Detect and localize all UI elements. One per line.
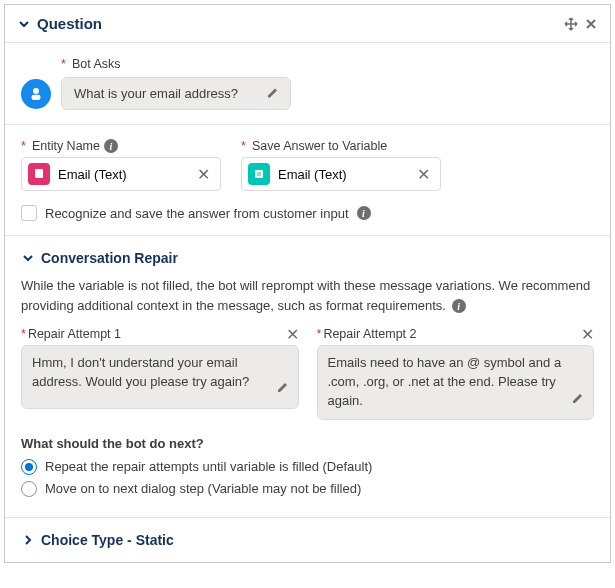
repair-attempt-label: *Repair Attempt 2 bbox=[317, 327, 595, 341]
entity-name-label: *Entity Name i bbox=[21, 139, 221, 153]
radio-option-repeat[interactable]: Repeat the repair attempts until variabl… bbox=[21, 459, 594, 475]
recognize-checkbox[interactable] bbox=[21, 205, 37, 221]
bot-asks-input[interactable]: What is your email address? bbox=[61, 77, 291, 110]
entity-section: *Entity Name i Email (Text) ✕ *Save Answ… bbox=[5, 125, 610, 236]
choice-type-title: Choice Type - Static bbox=[41, 532, 174, 548]
edit-icon[interactable] bbox=[571, 391, 585, 411]
info-icon[interactable]: i bbox=[452, 299, 466, 313]
entity-name-input[interactable]: Email (Text) ✕ bbox=[21, 157, 221, 191]
variable-value: Email (Text) bbox=[278, 167, 405, 182]
repair-help-text: While the variable is not filled, the bo… bbox=[21, 276, 594, 315]
radio-button[interactable] bbox=[21, 459, 37, 475]
svg-rect-1 bbox=[32, 94, 41, 99]
panel-title: Question bbox=[37, 15, 564, 32]
close-icon[interactable]: ✕ bbox=[286, 325, 299, 344]
edit-icon[interactable] bbox=[276, 380, 290, 400]
variable-type-icon bbox=[248, 163, 270, 185]
collapse-toggle[interactable] bbox=[21, 251, 35, 265]
entity-type-icon bbox=[28, 163, 50, 185]
variable-label: *Save Answer to Variable bbox=[241, 139, 441, 153]
choice-type-section[interactable]: Choice Type - Static bbox=[5, 518, 610, 562]
repair-title: Conversation Repair bbox=[41, 250, 178, 266]
conversation-repair-section: Conversation Repair While the variable i… bbox=[5, 236, 610, 518]
bot-asks-value: What is your email address? bbox=[74, 86, 238, 101]
svg-rect-2 bbox=[35, 171, 43, 178]
radio-button[interactable] bbox=[21, 481, 37, 497]
expand-toggle[interactable] bbox=[21, 533, 35, 547]
close-icon[interactable]: ✕ bbox=[581, 325, 594, 344]
variable-input[interactable]: Email (Text) ✕ bbox=[241, 157, 441, 191]
bot-asks-section: *Bot Asks What is your email address? bbox=[5, 43, 610, 125]
bot-avatar-icon bbox=[21, 79, 51, 109]
svg-rect-3 bbox=[35, 169, 43, 172]
repair-attempt-input[interactable]: Hmm, I don't understand your email addre… bbox=[21, 345, 299, 409]
repair-attempt-input[interactable]: Emails need to have an @ symbol and a .c… bbox=[317, 345, 595, 420]
info-icon[interactable]: i bbox=[104, 139, 118, 153]
radio-option-move-on[interactable]: Move on to next dialog step (Variable ma… bbox=[21, 481, 594, 497]
repair-attempt-1: ✕ *Repair Attempt 1 Hmm, I don't underst… bbox=[21, 327, 299, 420]
clear-icon[interactable]: ✕ bbox=[413, 165, 434, 184]
panel-header: Question bbox=[5, 5, 610, 43]
entity-value: Email (Text) bbox=[58, 167, 185, 182]
repair-attempt-2: ✕ *Repair Attempt 2 Emails need to have … bbox=[317, 327, 595, 420]
repair-attempt-label: *Repair Attempt 1 bbox=[21, 327, 299, 341]
clear-icon[interactable]: ✕ bbox=[193, 165, 214, 184]
move-icon[interactable] bbox=[564, 17, 578, 31]
info-icon[interactable]: i bbox=[357, 206, 371, 220]
svg-point-0 bbox=[33, 88, 39, 94]
recognize-label: Recognize and save the answer from custo… bbox=[45, 206, 349, 221]
question-panel: Question *Bot Asks What is your email a bbox=[4, 4, 611, 563]
svg-rect-4 bbox=[255, 170, 263, 178]
edit-icon[interactable] bbox=[266, 85, 280, 102]
bot-asks-label: *Bot Asks bbox=[61, 57, 594, 71]
next-action-label: What should the bot do next? bbox=[21, 436, 594, 451]
close-icon[interactable] bbox=[584, 17, 598, 31]
collapse-toggle[interactable] bbox=[17, 17, 31, 31]
